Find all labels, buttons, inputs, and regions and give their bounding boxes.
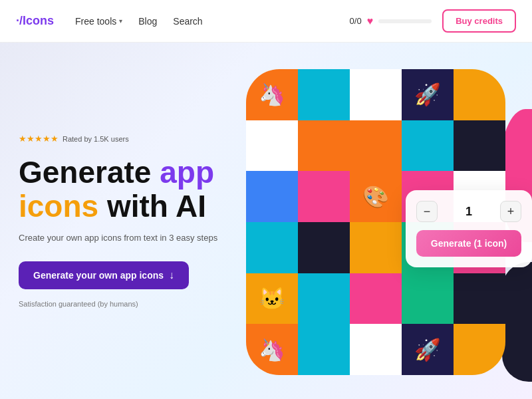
title-word-app: app — [160, 155, 214, 190]
nav-links: Free tools ▾ Blog Search — [75, 16, 203, 27]
tile — [454, 69, 505, 120]
rated-label: Rated by 1.5K users — [63, 135, 129, 143]
tile: 🐱 — [246, 273, 298, 325]
tile — [350, 324, 402, 375]
quantity-row: − 1 + — [416, 201, 521, 222]
title-line-2: icons with AI — [19, 190, 246, 223]
rated-badge: ★★★★★ Rated by 1.5K users — [19, 134, 246, 144]
credits-display: 0/0 ♥ — [350, 15, 432, 27]
logo: ·/Icons — [16, 14, 54, 28]
tile: 🚀 — [402, 324, 454, 375]
navbar: ·/Icons Free tools ▾ Blog Search 0/0 ♥ B… — [0, 0, 532, 43]
chevron-down-icon: ▾ — [119, 17, 122, 25]
tile — [246, 222, 298, 273]
free-tools-label: Free tools — [75, 16, 116, 27]
nav-search[interactable]: Search — [173, 16, 202, 27]
title-word-generate: Generate — [19, 155, 160, 190]
tile — [298, 324, 350, 375]
tile — [350, 120, 402, 172]
heart-icon: ♥ — [367, 15, 374, 27]
tile — [350, 222, 402, 273]
tile — [246, 120, 298, 172]
hero-right: 🦄🚀🎨🐱🦄🚀 − 1 + Generate (1 icon) — [226, 56, 532, 399]
dark-shape-decoration — [502, 262, 532, 382]
tile — [402, 120, 454, 172]
hero-left: ★★★★★ Rated by 1.5K users Generate app i… — [0, 43, 246, 399]
nav-blog[interactable]: Blog — [138, 16, 157, 27]
tile — [350, 273, 402, 325]
quantity-decrease-button[interactable]: − — [416, 201, 438, 222]
title-word-icons: icons — [19, 189, 98, 223]
tile — [298, 171, 350, 222]
tile — [298, 120, 350, 172]
tile — [454, 120, 505, 172]
tile: 🦄 — [246, 69, 298, 120]
hero-subtitle: Create your own app icons from text in 3… — [19, 233, 246, 243]
tile — [454, 273, 505, 325]
quantity-value: 1 — [466, 205, 472, 219]
tile — [402, 273, 454, 325]
title-line-1: Generate app — [19, 156, 246, 190]
buy-credits-button[interactable]: Buy credits — [442, 9, 516, 33]
tile: 🎨 — [350, 171, 402, 222]
tile — [246, 171, 298, 222]
tile — [350, 69, 402, 120]
tile — [298, 69, 350, 120]
arrow-down-icon: ↓ — [169, 269, 174, 281]
title-word-with: with AI — [98, 189, 206, 223]
generate-button[interactable]: Generate (1 icon) — [416, 230, 521, 257]
credits-bar — [378, 19, 432, 23]
nav-right: 0/0 ♥ Buy credits — [350, 9, 516, 33]
tile: 🦄 — [246, 324, 298, 375]
search-label: Search — [173, 16, 202, 27]
tile — [298, 273, 350, 325]
satisfaction-text: Satisfaction guaranteed (by humans) — [19, 300, 246, 308]
blog-label: Blog — [138, 16, 157, 27]
tile — [454, 324, 505, 375]
generate-card: − 1 + Generate (1 icon) — [406, 190, 532, 267]
quantity-increase-button[interactable]: + — [500, 201, 521, 222]
stars-icon: ★★★★★ — [19, 134, 59, 144]
generate-cta-button[interactable]: Generate your own app icons ↓ — [19, 261, 189, 289]
nav-free-tools[interactable]: Free tools ▾ — [75, 16, 122, 27]
hero-title: Generate app icons with AI — [19, 156, 246, 223]
tile — [298, 222, 350, 273]
tile: 🚀 — [402, 69, 454, 120]
hero-section: ★★★★★ Rated by 1.5K users Generate app i… — [0, 43, 532, 399]
credits-count: 0/0 — [350, 16, 362, 26]
